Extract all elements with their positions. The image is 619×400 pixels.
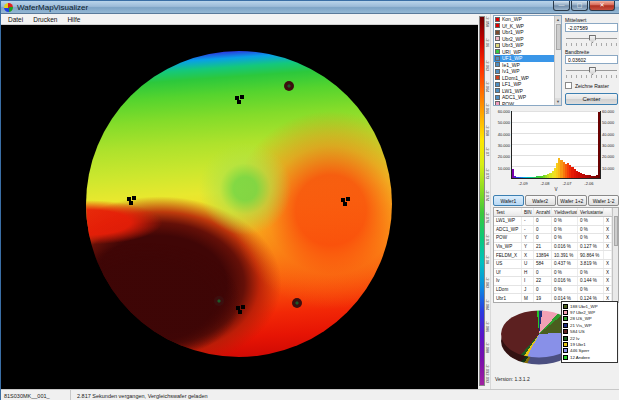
pie-legend: 188 Ubr1_WP97 Ubr2_WP28 US_WP21 Vis_WP58…: [561, 301, 618, 363]
mittelwert-input[interactable]: [565, 23, 618, 32]
table-cell: 22: [534, 277, 552, 285]
menu-item-drucken[interactable]: Drucken: [28, 16, 62, 23]
row-delete-x[interactable]: X: [604, 260, 612, 268]
signal-label: Ubr2_WP: [502, 36, 524, 42]
table-row[interactable]: USU5840.437 %3.819 %X: [494, 260, 618, 269]
wafer-map[interactable]: [86, 51, 392, 357]
table-row[interactable]: POWY00 %0 %X: [494, 234, 618, 243]
close-button[interactable]: ✕: [589, 1, 615, 11]
center-button[interactable]: Center: [565, 93, 618, 105]
slider-ticks: [566, 75, 617, 78]
table-row[interactable]: FELDM_XX1389410.391 %90.864 %: [494, 251, 618, 260]
row-delete-x[interactable]: X: [604, 286, 612, 294]
row-delete-x[interactable]: X: [604, 226, 612, 234]
signal-color-swatch: [495, 49, 500, 54]
scroll-thumb[interactable]: [556, 24, 561, 50]
table-row[interactable]: UfH00 %0 %X: [494, 269, 618, 278]
table-cell: I: [522, 277, 534, 285]
legend-color-swatch: [563, 336, 568, 341]
window-title: WaferMapVisualizer: [17, 3, 88, 12]
minimize-button[interactable]: —: [553, 1, 570, 11]
scroll-thumb[interactable]: [614, 216, 618, 246]
scroll-down-icon[interactable]: ▼: [555, 98, 561, 105]
tab-wafer2[interactable]: Wafer2: [525, 195, 556, 206]
signal-list-rows: Kon_WPUf_K_WPUbr1_WPUbr2_WPUbr3_WPURI_WP…: [494, 16, 554, 105]
mittelwert-slider[interactable]: [565, 35, 618, 46]
table-row[interactable]: LW1_WP-00 %0 %X: [494, 217, 618, 226]
histogram-gridline: [512, 144, 600, 145]
menu-item-datei[interactable]: Datei: [3, 16, 28, 23]
table-header-cell: [604, 208, 612, 216]
bandbreite-slider[interactable]: [565, 67, 618, 78]
y-axis-tick-label: 50.000: [493, 120, 510, 125]
row-delete-x[interactable]: X: [604, 277, 612, 285]
bandbreite-input[interactable]: [565, 55, 618, 64]
table-row[interactable]: ADC1_WP-00 %0 %X: [494, 226, 618, 235]
wafer-defect-marker: [341, 198, 345, 202]
y-axis-tick-label: 10.000: [493, 166, 510, 171]
slider-thumb[interactable]: [589, 67, 596, 75]
table-header-cell[interactable]: Anzahl: [534, 208, 552, 216]
wafer-defect-spot: [214, 296, 224, 306]
row-delete-x[interactable]: X: [604, 243, 612, 251]
table-row[interactable]: LDomJ00 %0 %X: [494, 286, 618, 295]
menu-item-hilfe[interactable]: Hilfe: [62, 16, 85, 23]
legend-color-swatch: [563, 304, 568, 309]
scroll-up-icon[interactable]: ▲: [555, 16, 561, 23]
signal-list[interactable]: Kon_WPUf_K_WPUbr1_WPUbr2_WPUbr3_WPURI_WP…: [493, 15, 562, 106]
table-cell: 10.391 %: [552, 251, 578, 259]
x-axis-tick-label: -2.06: [581, 181, 597, 186]
tab-wafer-1-2[interactable]: Wafer 1-2: [588, 195, 619, 206]
table-row[interactable]: Vis_WPY210.016 %0.127 %X: [494, 243, 618, 252]
table-cell: 0 %: [578, 217, 604, 225]
histogram-x-axis-title: V: [493, 187, 619, 192]
legend-color-swatch: [563, 348, 568, 353]
wafer-defect-spot: [292, 298, 302, 308]
table-cell: FELDM_X: [494, 251, 522, 259]
signal-color-swatch: [495, 56, 500, 61]
maximize-button[interactable]: ▢: [571, 1, 588, 11]
histogram-gridline: [512, 155, 600, 156]
signal-label: LDom1_WP: [502, 75, 529, 81]
table-cell: 0 %: [552, 286, 578, 294]
version-text: Version: 1.3.1.2: [495, 376, 530, 382]
signal-list-item[interactable]: POW: [494, 101, 554, 107]
table-header-row: TestBINAnzahlYieldverlustVerlustanteil: [494, 208, 618, 217]
zeichne-raster-checkbox[interactable]: [565, 82, 572, 89]
histogram: V 10.00010.00020.00020.00030.00030.00040…: [493, 108, 619, 194]
table-header-cell[interactable]: BIN: [522, 208, 534, 216]
table-cell: US: [494, 260, 522, 268]
window-titlebar[interactable]: WaferMapVisualizer — ▢ ✕: [1, 1, 619, 14]
table-header-cell[interactable]: Yieldverlust: [552, 208, 578, 216]
legend-color-swatch: [563, 355, 568, 360]
row-delete-x[interactable]: X: [604, 234, 612, 242]
table-header-cell[interactable]: Test: [494, 208, 522, 216]
signal-label: UF1_WP: [502, 55, 522, 61]
zeichne-raster-label: Zeichne Raster: [575, 83, 609, 89]
wafer-defect-marker: [127, 197, 131, 201]
row-delete-x[interactable]: X: [604, 217, 612, 225]
signal-label: Ie1_WP: [502, 62, 520, 68]
table-cell: 13894: [534, 251, 552, 259]
table-cell: 0 %: [578, 234, 604, 242]
table-header-cell[interactable]: Verlustanteil: [578, 208, 604, 216]
table-cell: J: [522, 286, 534, 294]
table-scrollbar[interactable]: [612, 208, 618, 302]
table-cell: 90.864 %: [578, 251, 604, 259]
table-cell: LW1_WP: [494, 217, 522, 225]
table-body: TestBINAnzahlYieldverlustVerlustanteilLW…: [494, 208, 618, 303]
tab-wafer-1-2[interactable]: Wafer 1+2: [557, 195, 588, 206]
table-cell: H: [522, 269, 534, 277]
slider-thumb[interactable]: [589, 35, 596, 43]
y-axis-tick-label: 40.000: [602, 132, 619, 137]
wafer-defect-spot: [284, 81, 294, 91]
wafer-map-area: [1, 25, 478, 389]
tab-wafer1[interactable]: Wafer1: [493, 195, 524, 206]
signal-list-scrollbar[interactable]: ▲ ▼: [554, 16, 561, 105]
table-row[interactable]: IvI220.016 %0.144 %X: [494, 277, 618, 286]
signal-color-swatch: [495, 62, 500, 67]
row-delete-x[interactable]: X: [604, 269, 612, 277]
table-cell: 0.127 %: [578, 243, 604, 251]
signal-label: URI_WP: [502, 49, 521, 55]
table-cell: 0 %: [578, 269, 604, 277]
